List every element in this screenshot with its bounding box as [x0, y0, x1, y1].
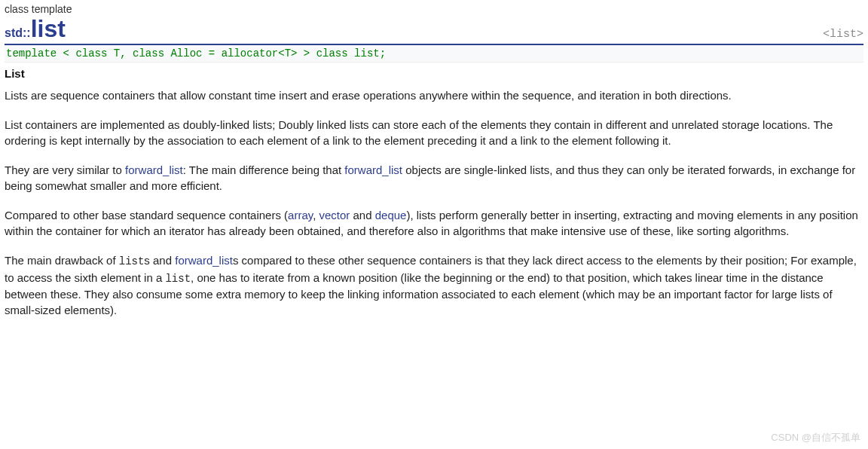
paragraph-forward-list: They are very similar to forward_list: T…: [5, 162, 863, 194]
paragraph-drawback: The main drawback of lists and forward_l…: [5, 252, 863, 318]
header-row: std::list <list>: [5, 17, 863, 41]
forward-list-link[interactable]: forward_list: [125, 163, 183, 176]
paragraph-compared: Compared to other base standard sequence…: [5, 207, 863, 239]
text: They are very similar to: [5, 163, 125, 176]
forward-list-link[interactable]: forward_list: [344, 163, 402, 176]
text: and: [350, 209, 374, 221]
text: The main drawback of: [5, 254, 119, 267]
namespace-prefix: std::: [5, 26, 31, 40]
forward-list-link[interactable]: forward_list: [175, 254, 233, 267]
kind-label: class template: [5, 3, 863, 15]
page-title: list: [31, 17, 66, 41]
deque-link[interactable]: deque: [375, 209, 407, 221]
list-literal: list: [119, 255, 145, 267]
paragraph-doubly-linked: List containers are implemented as doubl…: [5, 117, 863, 148]
template-declaration: template < class T, class Alloc = alloca…: [5, 45, 863, 63]
text: : The main difference being that: [183, 163, 345, 176]
text: s and: [144, 254, 175, 267]
section-title: List: [5, 67, 863, 80]
vector-link[interactable]: vector: [319, 209, 350, 221]
text: Compared to other base standard sequence…: [5, 209, 288, 221]
title-line: std::list: [5, 17, 66, 41]
array-link[interactable]: array: [288, 209, 313, 221]
list-literal: list: [165, 273, 191, 285]
header-include[interactable]: <list>: [823, 28, 863, 41]
paragraph-intro: Lists are sequence containers that allow…: [5, 87, 863, 103]
